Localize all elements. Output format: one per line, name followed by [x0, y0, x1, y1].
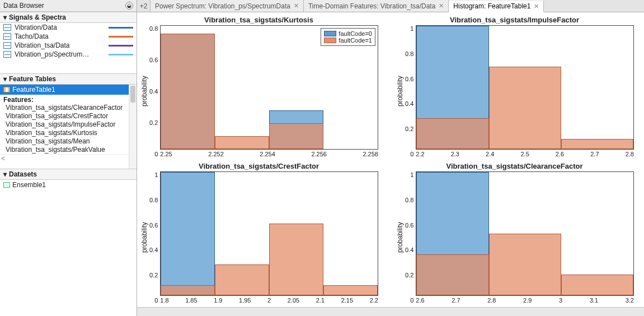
- features-label: Features:: [0, 95, 137, 104]
- plot-box[interactable]: faultCode=0faultCode=1: [160, 25, 378, 150]
- signal-color-swatch: [109, 45, 133, 47]
- feature-table-row[interactable]: FeatureTable1: [0, 85, 137, 95]
- y-ticks: 10.80.60.40.20: [405, 171, 416, 304]
- histogram-bar: [161, 34, 215, 149]
- x-ticks: 2.62.72.82.933.13.2: [416, 296, 634, 304]
- signal-icon: [3, 51, 11, 58]
- signals-header[interactable]: ▾ Signals & Spectra: [0, 12, 137, 23]
- data-browser-panel: Data Browser ◒ ▾ Signals & Spectra Vibra…: [0, 0, 137, 316]
- tab-label: Power Spectrum: Vibration_ps/SpectrumDat…: [155, 2, 290, 10]
- datasets-header-label: Datasets: [9, 170, 37, 178]
- histogram-bar: [161, 285, 215, 295]
- tab-label: Histogram: FeatureTable1: [453, 2, 530, 10]
- histogram-bar: [215, 264, 269, 295]
- x-ticks: 2.22.32.42.52.62.72.8: [416, 150, 634, 157]
- x-ticks: 2.252.2522.2542.2562.258: [160, 150, 378, 157]
- signal-icon: [3, 42, 11, 49]
- histogram-bar: [489, 67, 561, 149]
- feature-item[interactable]: Vibration_tsa_sigstats/ClearanceFactor: [0, 104, 137, 112]
- legend-label: faultCode=0: [339, 30, 372, 37]
- legend[interactable]: faultCode=0faultCode=1: [321, 28, 375, 46]
- y-axis-label: probability: [395, 171, 405, 304]
- tab-overflow[interactable]: +2: [137, 0, 151, 12]
- tab[interactable]: Histogram: FeatureTable1✕: [449, 1, 544, 12]
- feature-table-name: FeatureTable1: [12, 86, 55, 94]
- histogram-chart: Vibration_tsa_sigstats/Kurtosisprobabili…: [139, 16, 378, 157]
- chart-title: Vibration_tsa_sigstats/ClearanceFactor: [446, 162, 583, 170]
- y-ticks: 0.80.60.40.20: [149, 25, 160, 157]
- plot-box[interactable]: [416, 25, 634, 150]
- table-icon: [3, 87, 10, 92]
- signal-icon: [3, 24, 11, 31]
- histogram-bar: [215, 136, 269, 149]
- histogram-bar: [416, 254, 488, 295]
- signal-row[interactable]: Tacho/Data: [0, 32, 137, 41]
- chart-title: Vibration_tsa_sigstats/ImpulseFactor: [450, 16, 579, 24]
- chevron-down-icon: ▾: [3, 75, 7, 83]
- feature-tables-body: FeatureTable1 Features: Vibration_tsa_si…: [0, 85, 137, 169]
- horizontal-scrollbar[interactable]: <>: [0, 154, 137, 162]
- signal-row[interactable]: Vibration_tsa/Data: [0, 41, 137, 50]
- plot-box[interactable]: [416, 171, 634, 296]
- close-icon[interactable]: ✕: [534, 3, 539, 10]
- tab-label: Time-Domain Features: Vibration_tsa/Data: [308, 2, 435, 10]
- close-icon[interactable]: ✕: [439, 2, 444, 10]
- histogram-bar: [323, 285, 378, 295]
- signals-header-label: Signals & Spectra: [9, 13, 66, 21]
- signal-name: Vibration_tsa/Data: [15, 41, 105, 49]
- histogram-bar: [561, 275, 633, 295]
- tab[interactable]: Time-Domain Features: Vibration_tsa/Data…: [304, 0, 449, 12]
- signal-row[interactable]: Vibration_ps/Spectrum…: [0, 50, 137, 59]
- tab[interactable]: Power Spectrum: Vibration_ps/SpectrumDat…: [151, 0, 304, 12]
- histogram-bar: [489, 234, 561, 295]
- signal-row[interactable]: Vibration/Data: [0, 23, 137, 32]
- chart-title: Vibration_tsa_sigstats/Kurtosis: [204, 16, 313, 24]
- datasets-body: Ensemble1: [0, 180, 137, 316]
- histogram-bar: [269, 224, 323, 295]
- chart-title: Vibration_tsa_sigstats/CrestFactor: [199, 162, 319, 170]
- legend-swatch: [324, 38, 336, 43]
- signal-color-swatch: [109, 27, 133, 29]
- tab-bar: +2 Power Spectrum: Vibration_ps/Spectrum…: [137, 0, 644, 12]
- datasets-header[interactable]: ▾ Datasets: [0, 169, 137, 180]
- collapse-icon[interactable]: ◒: [125, 2, 133, 10]
- feature-item[interactable]: Vibration_tsa_sigstats/Kurtosis: [0, 129, 137, 137]
- status-bar: [137, 307, 644, 316]
- dataset-icon: [3, 182, 10, 188]
- y-axis-label: probability: [139, 25, 149, 157]
- feature-tables-header[interactable]: ▾ Feature Tables: [0, 73, 137, 85]
- signal-color-swatch: [109, 54, 133, 55]
- histogram-chart: Vibration_tsa_sigstats/ImpulseFactorprob…: [395, 16, 634, 157]
- data-browser-title: Data Browser ◒: [0, 0, 137, 12]
- dataset-name: Ensemble1: [12, 181, 46, 189]
- histogram-bar: [561, 139, 633, 149]
- chevron-down-icon: ▾: [3, 13, 7, 21]
- feature-item[interactable]: Vibration_tsa_sigstats/ImpulseFactor: [0, 120, 137, 129]
- feature-item[interactable]: Vibration_tsa_sigstats/Mean: [0, 137, 137, 146]
- x-ticks: 1.81.851.91.9522.052.12.152.2: [160, 296, 378, 304]
- vertical-scrollbar[interactable]: [129, 85, 137, 169]
- data-browser-title-label: Data Browser: [3, 2, 44, 10]
- signal-name: Vibration_ps/Spectrum…: [15, 50, 105, 58]
- y-ticks: 10.80.60.40.20: [149, 171, 160, 304]
- feature-tables-header-label: Feature Tables: [9, 75, 56, 83]
- histogram-bar: [416, 118, 488, 149]
- main-area: +2 Power Spectrum: Vibration_ps/Spectrum…: [137, 0, 644, 316]
- histogram-chart: Vibration_tsa_sigstats/CrestFactorprobab…: [139, 162, 378, 304]
- chevron-down-icon: ▾: [3, 170, 7, 178]
- signal-name: Vibration/Data: [15, 24, 105, 31]
- histogram-chart: Vibration_tsa_sigstats/ClearanceFactorpr…: [395, 162, 634, 304]
- feature-item[interactable]: Vibration_tsa_sigstats/CrestFactor: [0, 112, 137, 120]
- feature-item[interactable]: Vibration_tsa_sigstats/PeakValue: [0, 146, 137, 154]
- histogram-bar: [269, 123, 323, 149]
- signal-name: Tacho/Data: [15, 32, 105, 40]
- plot-box[interactable]: [160, 171, 378, 296]
- signal-icon: [3, 33, 11, 40]
- dataset-row[interactable]: Ensemble1: [0, 180, 137, 190]
- y-axis-label: probability: [139, 171, 149, 304]
- signal-color-swatch: [109, 36, 133, 38]
- signals-list: Vibration/Data Tacho/Data Vibration_tsa/…: [0, 23, 137, 73]
- histogram-bar: [161, 172, 215, 295]
- y-ticks: 10.80.60.40.20: [405, 25, 416, 157]
- close-icon[interactable]: ✕: [294, 2, 299, 10]
